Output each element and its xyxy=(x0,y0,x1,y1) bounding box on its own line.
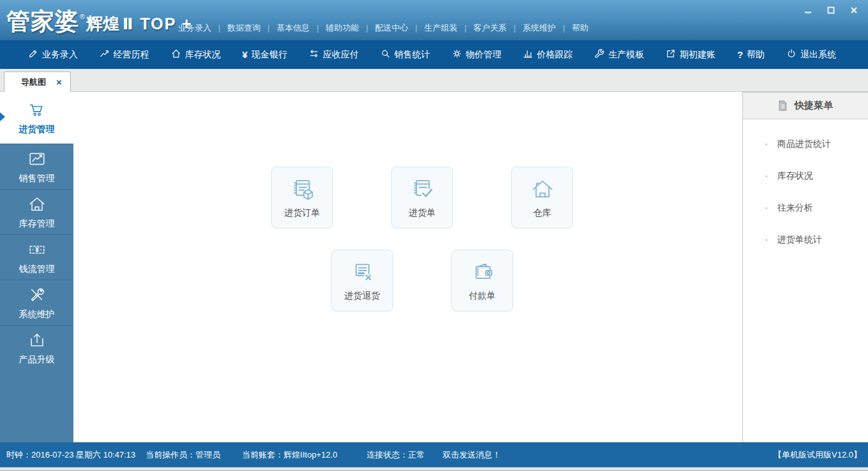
quick-menu-list: · 商品进货统计 · 库存状况 · 往来分析 · 进货单统计 xyxy=(743,119,868,256)
banknote-icon: ¥ xyxy=(27,240,47,259)
toolbar-item-sales-statistics[interactable]: 销售统计 xyxy=(380,49,430,61)
top-menu-item-customer-relations[interactable]: 客户关系 xyxy=(467,22,514,34)
toolbar-label: 生产模板 xyxy=(608,49,644,61)
status-account: 当前账套：辉煌IItop+12.0 xyxy=(242,449,337,461)
quick-menu-item-purchase-receipt-stats[interactable]: · 进货单统计 xyxy=(743,224,868,256)
gear-icon xyxy=(452,49,462,61)
bullet-icon: · xyxy=(765,234,768,246)
minimize-icon[interactable] xyxy=(802,5,814,15)
toolbar-item-price-tracking[interactable]: 价格跟踪 xyxy=(523,49,572,61)
status-bar: 时钟：2016-07-23 星期六 10:47:13 当前操作员：管理员 当前账… xyxy=(0,442,868,467)
toolbar-item-help[interactable]: ? 帮助 xyxy=(737,49,765,61)
top-menu-item-system-maintenance[interactable]: 系统维护 xyxy=(516,22,563,34)
card-payment-slip[interactable]: 付款单 xyxy=(451,250,513,311)
card-label: 进货退货 xyxy=(345,290,380,302)
toolbar-item-initial-accounts[interactable]: 期初建账 xyxy=(666,49,715,61)
cart-icon xyxy=(27,100,47,119)
house-icon xyxy=(27,195,47,214)
sidebar: 进货管理 销售管理 库存管理 ¥ 钱流管理 系统维护 产品升级 xyxy=(0,92,73,442)
top-menu-item-production[interactable]: 生产组装 xyxy=(417,22,465,34)
tab-strip: 导航图 × xyxy=(0,69,868,92)
toolbar-item-exit-system[interactable]: 退出系统 xyxy=(786,49,836,61)
toolbar-item-operation-history[interactable]: 经营历程 xyxy=(100,49,149,61)
main-toolbar: 业务录入 经营历程 库存状况 ¥ 现金银行 应收应付 销售统计 物价管理 价格跟 xyxy=(0,40,868,69)
tab-close-icon[interactable]: × xyxy=(56,77,62,87)
sidebar-item-purchase-management[interactable]: 进货管理 xyxy=(0,92,73,144)
toolbar-item-cash-bank[interactable]: ¥ 现金银行 xyxy=(243,49,287,61)
card-purchase-return[interactable]: 进货退货 xyxy=(331,250,393,311)
sidebar-item-product-upgrade[interactable]: 产品升级 xyxy=(0,325,73,370)
top-menu-item-help[interactable]: 帮助 xyxy=(565,22,595,34)
toolbar-label: 价格跟踪 xyxy=(537,49,572,61)
status-send-message[interactable]: 双击发送消息！ xyxy=(443,449,501,461)
quick-menu-item-goods-purchase-stats[interactable]: · 商品进货统计 xyxy=(743,128,868,160)
sidebar-item-label: 产品升级 xyxy=(19,354,55,366)
sidebar-item-label: 钱流管理 xyxy=(19,264,55,275)
quick-menu-title: 快捷菜单 xyxy=(795,100,833,112)
top-menu-item-basic-info[interactable]: 基本信息 xyxy=(269,22,317,34)
top-menu-item-auxiliary[interactable]: 辅助功能 xyxy=(318,22,366,34)
active-arrow-marker xyxy=(0,112,5,121)
toolbar-label: 应收应付 xyxy=(323,49,359,61)
sidebar-item-system-maintenance[interactable]: 系统维护 xyxy=(0,280,73,325)
svg-text:¥: ¥ xyxy=(35,246,39,253)
question-icon: ? xyxy=(737,50,743,60)
quick-menu-item-label: 库存状况 xyxy=(777,170,813,182)
toolbar-label: 退出系统 xyxy=(800,49,836,61)
quick-menu-item-label: 往来分析 xyxy=(777,202,813,214)
search-icon xyxy=(380,49,391,61)
quick-menu-item-inventory-status[interactable]: · 库存状况 xyxy=(743,160,868,192)
card-purchase-order[interactable]: 进货订单 xyxy=(271,167,333,228)
toolbar-item-inventory-status[interactable]: 库存状况 xyxy=(171,49,221,61)
tab-label: 导航图 xyxy=(21,77,46,88)
toolbar-item-production-template[interactable]: 生产模板 xyxy=(594,49,644,61)
toolbar-label: 现金银行 xyxy=(251,49,287,61)
tools-icon xyxy=(27,285,47,304)
chart-line-icon xyxy=(100,49,110,61)
window-bottom-edge xyxy=(0,467,868,471)
payment-icon xyxy=(468,259,497,286)
registered-mark: ® xyxy=(80,13,85,20)
tab-navigation-map[interactable]: 导航图 × xyxy=(4,71,71,92)
top-menu-item-business-entry[interactable]: 业务录入 xyxy=(171,22,218,34)
sidebar-item-cashflow-management[interactable]: ¥ 钱流管理 xyxy=(0,234,73,280)
status-edition: 【单机版试用版V12.0】 xyxy=(774,449,862,461)
purchase-receipt-icon xyxy=(408,176,437,203)
toolbar-item-receivable-payable[interactable]: 应收应付 xyxy=(309,49,359,61)
sidebar-item-label: 库存管理 xyxy=(19,218,55,230)
toolbar-label: 经营历程 xyxy=(114,49,149,61)
card-warehouse[interactable]: 仓库 xyxy=(511,167,573,228)
quick-menu-header: 快捷菜单 xyxy=(743,92,868,119)
sidebar-item-sales-management[interactable]: 销售管理 xyxy=(0,144,73,189)
purchase-return-icon xyxy=(348,259,377,286)
toolbar-item-business-entry[interactable]: 业务录入 xyxy=(28,49,78,61)
edit-icon xyxy=(28,49,38,61)
top-menu-item-data-query[interactable]: 数据查询 xyxy=(220,22,267,34)
quick-menu-item-transaction-analysis[interactable]: · 往来分析 xyxy=(743,192,868,224)
card-purchase-receipt[interactable]: 进货单 xyxy=(391,167,453,228)
sidebar-item-label: 进货管理 xyxy=(19,124,55,135)
top-menu-item-delivery-center[interactable]: 配送中心 xyxy=(368,22,415,34)
sidebar-item-inventory-management[interactable]: 库存管理 xyxy=(0,189,73,234)
quick-menu-panel: 快捷菜单 · 商品进货统计 · 库存状况 · 往来分析 · 进货单统计 xyxy=(742,92,868,442)
bullet-icon: · xyxy=(765,202,768,214)
logo-text-main: 管家婆 xyxy=(6,6,79,38)
app-logo: 管家婆 ® 辉煌 Ⅱ TOP + xyxy=(6,6,193,38)
external-link-icon xyxy=(666,49,676,61)
home-icon xyxy=(171,49,181,61)
card-label: 仓库 xyxy=(534,207,551,219)
toolbar-item-price-management[interactable]: 物价管理 xyxy=(452,49,502,61)
logo-text-sub: 辉煌 xyxy=(86,13,119,35)
bar-chart-icon xyxy=(523,49,533,61)
power-icon xyxy=(786,49,797,61)
maximize-icon[interactable] xyxy=(825,5,837,15)
toolbar-label: 帮助 xyxy=(747,49,765,61)
card-label: 付款单 xyxy=(469,290,496,302)
purchase-order-icon xyxy=(288,176,317,203)
window-controls xyxy=(802,5,860,15)
close-icon[interactable] xyxy=(848,5,860,15)
document-icon xyxy=(778,100,788,111)
trend-chart-icon xyxy=(27,149,47,168)
yen-icon: ¥ xyxy=(243,50,248,60)
quick-menu-item-label: 进货单统计 xyxy=(777,234,822,246)
